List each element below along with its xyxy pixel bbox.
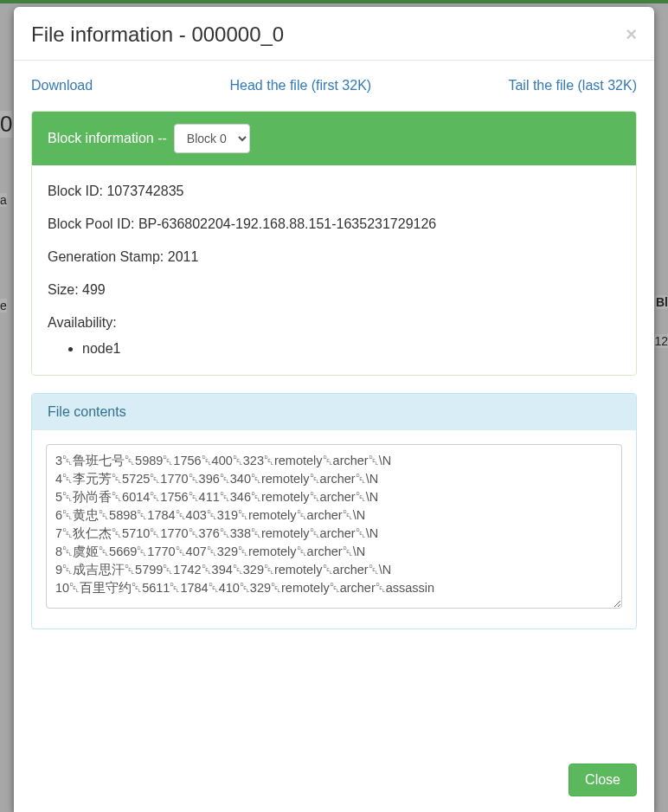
availability-list: node1 bbox=[48, 338, 620, 359]
tail-file-link[interactable]: Tail the file (last 32K) bbox=[508, 78, 637, 93]
size-row: Size: 499 bbox=[48, 280, 620, 300]
file-contents-textarea[interactable] bbox=[46, 444, 622, 609]
generation-stamp-label: Generation Stamp: bbox=[48, 249, 164, 264]
block-select[interactable]: Block 0 bbox=[174, 124, 250, 153]
block-id-label: Block ID: bbox=[48, 184, 103, 198]
generation-stamp-row: Generation Stamp: 2011 bbox=[48, 247, 620, 267]
size-label: Size: bbox=[48, 282, 79, 297]
block-information-body: Block ID: 1073742835 Block Pool ID: BP-6… bbox=[32, 165, 636, 375]
availability-row: Availability: node1 bbox=[48, 313, 620, 359]
modal-body: Download Head the file (first 32K) Tail … bbox=[14, 61, 654, 750]
modal-header: File information - 000000_0 × bbox=[14, 7, 654, 61]
block-information-label: Block information -- bbox=[48, 131, 167, 146]
file-information-modal: File information - 000000_0 × Download H… bbox=[14, 7, 654, 812]
block-id-value: 1073742835 bbox=[106, 184, 183, 198]
availability-label: Availability: bbox=[48, 315, 117, 330]
availability-node: node1 bbox=[82, 338, 620, 359]
head-file-link[interactable]: Head the file (first 32K) bbox=[230, 78, 372, 93]
file-contents-heading: File contents bbox=[32, 394, 636, 430]
generation-stamp-value: 2011 bbox=[168, 249, 199, 264]
file-contents-panel: File contents bbox=[31, 393, 637, 629]
file-action-links: Download Head the file (first 32K) Tail … bbox=[31, 61, 637, 111]
close-icon[interactable]: × bbox=[626, 25, 637, 44]
modal-title: File information - 000000_0 bbox=[31, 23, 284, 48]
modal-footer: Close bbox=[14, 750, 654, 812]
block-id-row: Block ID: 1073742835 bbox=[48, 181, 620, 202]
block-pool-id-value: BP-636802204-192.168.88.151-163523172912… bbox=[138, 216, 436, 231]
block-pool-id-label: Block Pool ID: bbox=[48, 216, 134, 231]
size-value: 499 bbox=[82, 282, 106, 297]
block-pool-id-row: Block Pool ID: BP-636802204-192.168.88.1… bbox=[48, 214, 620, 235]
file-contents-body bbox=[32, 430, 636, 628]
close-button[interactable]: Close bbox=[568, 764, 637, 796]
block-information-heading: Block information -- Block 0 bbox=[32, 112, 636, 165]
block-information-panel: Block information -- Block 0 Block ID: 1… bbox=[31, 111, 637, 376]
download-link[interactable]: Download bbox=[31, 78, 93, 93]
